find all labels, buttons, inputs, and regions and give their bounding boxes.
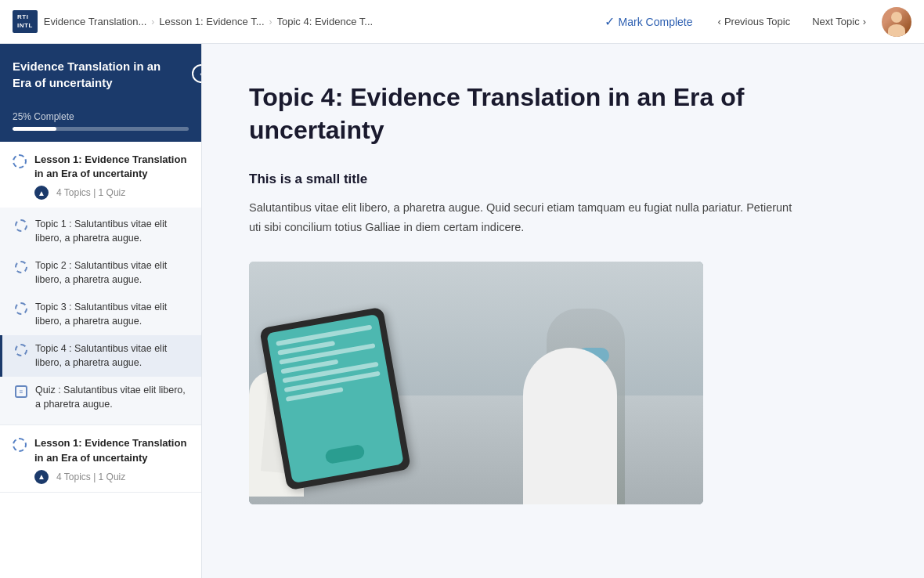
logo[interactable]: RTI INTL (13, 10, 38, 33)
topic-item-2[interactable]: Topic 2 : Salutantibus vitae elit libero… (0, 252, 201, 294)
mark-complete-button[interactable]: ✓ Mark Complete (605, 14, 693, 29)
lesson-meta-text-1: 4 Topics | 1 Quiz (56, 187, 125, 198)
next-topic-label: Next Topic (812, 16, 859, 27)
image-doctor (515, 301, 656, 504)
topic-icon-2 (15, 261, 27, 273)
topic-list-1: Topic 1 : Salutantibus vitae elit libero… (0, 208, 201, 424)
lesson-title-1: Lesson 1: Evidence Translation in an Era… (34, 153, 189, 181)
logo-text: RTI INTL (13, 10, 38, 33)
progress-bar-background (13, 127, 189, 131)
expand-icon-1[interactable]: ▲ (34, 186, 49, 200)
lesson-meta-1: ▲ 4 Topics | 1 Quiz (0, 186, 201, 208)
content-body: Salutantibus vitae elit libero, a pharet… (249, 198, 797, 237)
breadcrumb-sep-1: › (151, 16, 154, 27)
expand-icon-2[interactable]: ▲ (34, 470, 49, 484)
topic-label-4: Topic 4 : Salutantibus vitae elit libero… (35, 342, 189, 370)
next-chevron-icon: › (863, 16, 866, 27)
image-simulation (249, 262, 703, 504)
mark-complete-label: Mark Complete (619, 16, 693, 28)
progress-bar-fill (13, 127, 56, 131)
content-title: Topic 4: Evidence Translation in an Era … (249, 81, 797, 146)
image-tablet-button (324, 444, 365, 464)
topic-icon-3 (15, 302, 27, 315)
quiz-icon-1: ≡ (15, 385, 27, 398)
quiz-label-1: Quiz : Salutantibus vitae elit libero, a… (35, 384, 189, 411)
breadcrumb-sep-2: › (269, 16, 273, 27)
course-title: Evidence Translation in an Era of uncert… (13, 58, 189, 91)
image-tablet-lines (266, 314, 392, 412)
topic-item-3[interactable]: Topic 3 : Salutantibus vitae elit libero… (0, 294, 201, 335)
user-avatar[interactable] (882, 7, 911, 37)
breadcrumb-item-1[interactable]: Evidence Translation... (44, 16, 147, 27)
topic-label-1: Topic 1 : Salutantibus vitae elit libero… (35, 218, 189, 245)
sidebar-collapse-button[interactable]: ‹ (192, 64, 202, 83)
lesson-title-2: Lesson 1: Evidence Translation in an Era… (34, 436, 189, 464)
lesson-icon-1 (13, 154, 27, 168)
prev-chevron-icon: ‹ (718, 16, 721, 27)
main-layout: Evidence Translation in an Era of uncert… (0, 44, 924, 578)
lesson-meta-text-2: 4 Topics | 1 Quiz (56, 471, 125, 482)
previous-topic-button[interactable]: ‹ Previous Topic (712, 13, 797, 31)
image-tablet-screen (266, 314, 404, 483)
content-subtitle: This is a small title (249, 172, 877, 187)
check-icon: ✓ (605, 14, 615, 29)
sidebar-header: Evidence Translation in an Era of uncert… (0, 44, 201, 103)
main-content: Topic 4: Evidence Translation in an Era … (202, 44, 924, 578)
quiz-item-1[interactable]: ≡ Quiz : Salutantibus vitae elit libero,… (0, 377, 201, 418)
topic-icon-1 (15, 219, 27, 232)
content-image (249, 262, 703, 504)
topic-label-3: Topic 3 : Salutantibus vitae elit libero… (35, 301, 189, 328)
breadcrumb-item-3[interactable]: Topic 4: Evidence T... (277, 16, 374, 27)
lesson-icon-2 (13, 438, 27, 452)
next-topic-button[interactable]: Next Topic › (806, 13, 872, 31)
topic-item-4[interactable]: Topic 4 : Salutantibus vitae elit libero… (0, 335, 201, 377)
sidebar: Evidence Translation in an Era of uncert… (0, 44, 202, 578)
lesson-group-1: Lesson 1: Evidence Translation in an Era… (0, 142, 201, 425)
lesson-group-2: Lesson 1: Evidence Translation in an Era… (0, 425, 201, 492)
lesson-meta-2: ▲ 4 Topics | 1 Quiz (0, 470, 201, 492)
lesson-header-1[interactable]: Lesson 1: Evidence Translation in an Era… (0, 142, 201, 186)
previous-topic-label: Previous Topic (724, 16, 790, 27)
top-navigation: RTI INTL Evidence Translation... › Lesso… (0, 0, 924, 44)
progress-label: 25% Complete (13, 111, 189, 122)
breadcrumb-item-2[interactable]: Lesson 1: Evidence T... (159, 16, 264, 27)
nav-actions: ✓ Mark Complete ‹ Previous Topic Next To… (605, 7, 911, 37)
topic-label-2: Topic 2 : Salutantibus vitae elit libero… (35, 259, 189, 287)
lesson-header-2[interactable]: Lesson 1: Evidence Translation in an Era… (0, 425, 201, 469)
topic-icon-4 (15, 344, 27, 356)
topic-item-1[interactable]: Topic 1 : Salutantibus vitae elit libero… (0, 211, 201, 252)
breadcrumb: Evidence Translation... › Lesson 1: Evid… (44, 16, 605, 27)
progress-section: 25% Complete (0, 103, 201, 142)
